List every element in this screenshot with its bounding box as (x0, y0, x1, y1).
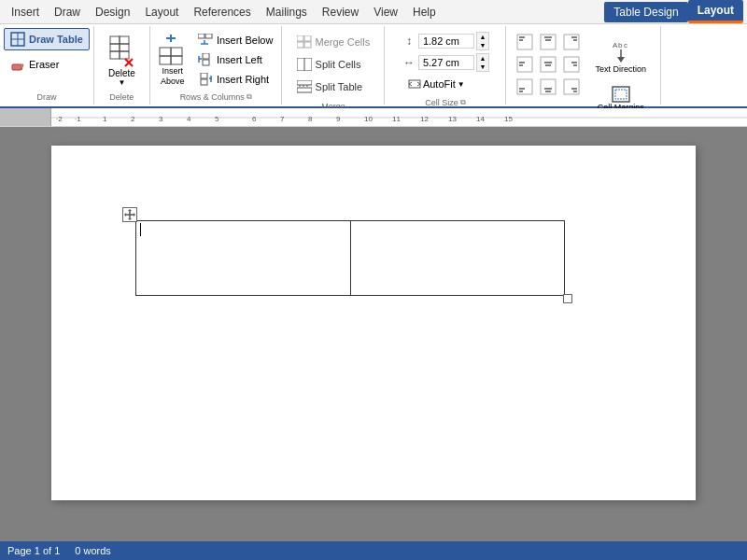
insert-left-icon (198, 53, 213, 66)
ribbon-group-alignment: A b c Text Direction (506, 26, 661, 105)
align-bottom-left-icon (516, 78, 533, 95)
svg-rect-57 (541, 57, 556, 72)
svg-rect-54 (517, 57, 532, 72)
align-top-center-button[interactable] (537, 32, 559, 52)
menu-bar: Insert Draw Design Layout References Mai… (0, 0, 747, 24)
svg-text:·2: ·2 (56, 115, 63, 123)
svg-rect-3 (12, 64, 21, 70)
align-middle-center-icon (540, 56, 557, 73)
cell-height-spinner: ▲ ▼ (476, 32, 489, 50)
document-table[interactable] (135, 220, 565, 296)
table-resize-handle[interactable] (563, 294, 572, 303)
autofit-dropdown-icon[interactable]: ▼ (458, 80, 465, 89)
insert-above-button[interactable]: InsertAbove (154, 28, 191, 91)
autofit-button[interactable]: AutoFit ▼ (402, 75, 472, 93)
menu-layout[interactable]: Layout (137, 2, 186, 22)
svg-rect-34 (304, 42, 311, 48)
menu-view[interactable]: View (366, 2, 405, 22)
align-middle-left-button[interactable] (514, 54, 536, 75)
svg-rect-23 (203, 53, 209, 59)
autofit-label: AutoFit (423, 78, 456, 90)
tab-layout[interactable]: Layout (688, 0, 743, 23)
align-top-right-icon (563, 34, 580, 50)
align-top-right-button[interactable] (560, 32, 583, 52)
svg-text:5: 5 (215, 115, 219, 123)
cell-size-expand-icon[interactable]: ⧉ (460, 98, 466, 107)
align-top-left-button[interactable] (514, 32, 536, 52)
draw-table-button[interactable]: Draw Table (4, 28, 90, 50)
menu-help[interactable]: Help (405, 2, 444, 22)
table-container (135, 220, 565, 296)
cell-height-icon: ↕ (402, 35, 416, 48)
svg-rect-10 (120, 51, 129, 59)
menu-mailings[interactable]: Mailings (259, 2, 315, 22)
svg-text:1: 1 (103, 115, 107, 123)
svg-text:7: 7 (280, 115, 285, 123)
table-cell-0-1[interactable] (350, 221, 565, 296)
text-direction-button[interactable]: A b c Text Direction (588, 32, 653, 78)
cell-height-down[interactable]: ▼ (477, 41, 488, 49)
ribbon-group-rows-columns: InsertAbove Insert B (150, 26, 283, 105)
menu-design[interactable]: Design (88, 2, 137, 22)
svg-rect-40 (409, 80, 420, 88)
ribbon-group-draw: Draw Table Eraser Draw (0, 26, 94, 105)
svg-text:3: 3 (159, 115, 163, 123)
insert-below-button[interactable]: Insert Below (193, 31, 278, 49)
cell-width-down[interactable]: ▼ (477, 63, 488, 71)
pencil-table-icon (10, 32, 25, 47)
table-cell-0-0[interactable] (136, 221, 351, 296)
split-cells-label: Split Cells (316, 59, 361, 70)
align-bottom-left-button[interactable] (514, 77, 536, 97)
cell-width-input[interactable] (418, 55, 474, 70)
split-table-button[interactable]: Split Table (290, 77, 370, 97)
merge-cells-label: Merge Cells (316, 36, 371, 48)
menu-references[interactable]: References (186, 2, 258, 22)
ribbon-group-merge: Merge Cells Split Cells (282, 26, 385, 105)
tab-table-design[interactable]: Table Design (604, 2, 687, 22)
table-move-handle[interactable] (122, 207, 137, 222)
cell-width-up[interactable]: ▲ (477, 54, 488, 63)
merge-cells-button[interactable]: Merge Cells (290, 32, 377, 52)
cell-height-up[interactable]: ▲ (477, 33, 488, 41)
align-bottom-center-button[interactable] (537, 77, 559, 97)
cell-size-label: Cell Size (425, 98, 458, 107)
insert-right-button[interactable]: Insert Right (193, 70, 278, 89)
document-area (0, 127, 747, 560)
insert-below-label: Insert Below (217, 35, 274, 46)
menu-review[interactable]: Review (315, 2, 366, 22)
svg-rect-24 (203, 60, 209, 65)
rows-columns-expand-icon[interactable]: ⧉ (247, 92, 252, 102)
ribbon-content: Draw Table Eraser Draw (0, 24, 747, 106)
svg-rect-27 (201, 73, 207, 78)
svg-marker-100 (128, 218, 132, 220)
svg-rect-15 (160, 56, 171, 64)
svg-rect-8 (120, 44, 129, 51)
menu-draw[interactable]: Draw (47, 2, 88, 22)
split-cells-button[interactable]: Split Cells (290, 54, 368, 75)
alignment-row-top (514, 32, 583, 52)
svg-rect-31 (297, 35, 303, 41)
svg-text:11: 11 (392, 115, 401, 123)
split-table-icon (297, 80, 312, 93)
align-bottom-right-button[interactable] (560, 77, 583, 97)
merge-cells-icon (297, 35, 312, 49)
align-middle-center-button[interactable] (537, 54, 559, 75)
menu-insert[interactable]: Insert (4, 2, 47, 22)
svg-rect-20 (205, 34, 212, 38)
svg-text:9: 9 (336, 115, 341, 123)
svg-rect-28 (201, 79, 207, 85)
align-top-left-icon (516, 34, 533, 50)
delete-button[interactable]: Delete ▼ (100, 28, 144, 91)
cell-height-input[interactable] (418, 34, 474, 49)
svg-text:b: b (618, 41, 623, 49)
autofit-icon (408, 77, 421, 91)
insert-above-label: InsertAbove (161, 66, 185, 87)
insert-above-icon (159, 33, 187, 66)
align-middle-right-button[interactable] (560, 54, 583, 75)
cell-width-spinner: ▲ ▼ (476, 53, 489, 72)
insert-left-button[interactable]: Insert Left (193, 50, 278, 69)
align-bottom-right-icon (563, 78, 580, 95)
svg-text:2: 2 (131, 115, 135, 123)
eraser-button[interactable]: Eraser (4, 53, 90, 76)
alignment-row-middle (514, 54, 583, 75)
